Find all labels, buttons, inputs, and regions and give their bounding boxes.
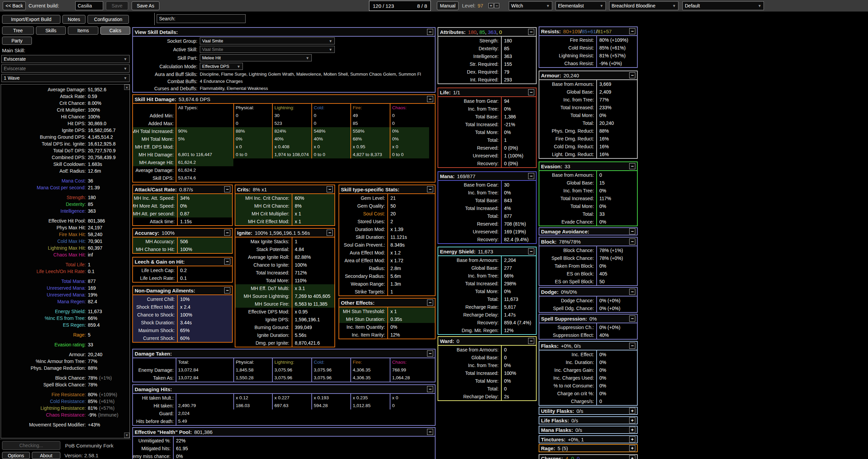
search-input[interactable]: Search: xyxy=(157,14,246,23)
collapse-section-button[interactable]: − xyxy=(528,29,534,35)
collapse-section-button[interactable]: − xyxy=(224,259,230,265)
collapse-section-button[interactable]: − xyxy=(427,350,433,357)
main-skill-active-select[interactable]: Eviscerate ▼ xyxy=(1,64,130,73)
row-label: Unreserved: xyxy=(438,228,502,235)
title-value-part: 0 xyxy=(499,29,502,35)
table-cell: 0 xyxy=(390,402,429,409)
expand-section-button[interactable]: + xyxy=(629,427,635,433)
row-value: x 1.2 xyxy=(388,249,435,256)
table-cell: 0 xyxy=(390,119,429,127)
table-cell: 186.03 xyxy=(233,402,272,409)
collapse-section-button[interactable]: − xyxy=(427,300,433,306)
tab-party[interactable]: Party xyxy=(2,37,32,45)
socket-group-select[interactable]: Vaal Smite▼ xyxy=(200,37,335,44)
active-skill-select[interactable]: Vaal Smite▼ xyxy=(200,46,335,53)
panel-title: Rage: xyxy=(541,445,555,451)
main-skill-part-select[interactable]: 1 Wave ▼ xyxy=(1,74,130,82)
options-button[interactable]: Options xyxy=(2,452,30,459)
stat-value: 33 xyxy=(86,341,93,348)
notes-button[interactable]: Notes xyxy=(62,15,85,24)
scroll-down-arrow[interactable]: ▼ xyxy=(124,433,130,438)
row-label: Fire Resist: xyxy=(539,36,597,44)
configuration-button[interactable]: Configuration xyxy=(88,15,129,24)
collapse-section-button[interactable]: − xyxy=(629,163,635,169)
collapse-section-button[interactable]: − xyxy=(629,228,635,234)
scroll-up-arrow[interactable]: ▲ xyxy=(124,84,130,90)
stat-row: Total Increased:117% xyxy=(539,194,637,202)
collapse-section-button[interactable]: − xyxy=(224,287,230,293)
collapse-section-button[interactable]: − xyxy=(427,96,433,102)
skill-part-select[interactable]: Melee Hit▼ xyxy=(200,54,312,61)
table-cell: 548% xyxy=(311,127,350,135)
back-button[interactable]: << Back xyxy=(3,1,26,10)
collapse-section-button[interactable]: − xyxy=(629,72,635,78)
collapse-section-button[interactable]: − xyxy=(629,28,635,34)
row-value: 61.95 xyxy=(174,444,435,452)
panel-damaging-hits: Damaging Hits:−Hit taken Mult.:x 0.12x 0… xyxy=(132,384,436,426)
form-label: Aura and Buff Skills: xyxy=(133,72,200,77)
secondary-ascendancy-select[interactable]: Default ▼ xyxy=(682,1,764,10)
stat-row: Secondary Radius:5.6m xyxy=(339,272,435,280)
collapse-section-button[interactable]: − xyxy=(528,173,534,179)
collapse-section-button[interactable]: − xyxy=(629,343,635,349)
collapse-section-button[interactable]: − xyxy=(629,289,635,295)
about-button[interactable]: About xyxy=(32,452,60,459)
update-check-button[interactable]: Checking... xyxy=(2,441,60,450)
stat-line: Fire Resistance:80%(+109%) xyxy=(1,391,130,398)
row-label: Total More: xyxy=(539,202,597,210)
class-select[interactable]: Witch ▼ xyxy=(509,1,552,10)
collapse-section-button[interactable]: − xyxy=(427,29,433,35)
stat-label: Unreserved Mana: xyxy=(1,285,86,291)
manual-button[interactable]: Manual xyxy=(437,1,459,10)
collapse-section-button[interactable]: − xyxy=(629,238,635,245)
expand-section-button[interactable]: + xyxy=(629,417,635,423)
collapse-section-button[interactable]: − xyxy=(224,186,230,192)
collapse-section-button[interactable]: − xyxy=(327,186,333,192)
collapse-section-button[interactable]: − xyxy=(528,338,534,344)
panel-title: Mana: xyxy=(440,173,455,179)
row-label: Guard: xyxy=(133,409,176,417)
row-label: Inc. from Tree: xyxy=(539,96,597,103)
collapse-section-button[interactable]: − xyxy=(327,230,333,236)
main-skill-group-select[interactable]: Eviscerate ▼ xyxy=(1,55,130,63)
tab-tree[interactable]: Tree xyxy=(2,26,34,35)
row-value: 16% xyxy=(597,142,637,150)
expand-section-button[interactable]: + xyxy=(629,436,635,442)
build-name-input[interactable]: Casilia xyxy=(75,1,103,10)
stat-value: 66% xyxy=(86,315,97,322)
stat-row: Inc. from Tree:66% xyxy=(438,272,536,280)
expand-section-button[interactable]: + xyxy=(629,408,635,414)
save-as-button[interactable]: Save As xyxy=(132,1,159,10)
stat-row: Spell Ddg. Chance:0% (+0%) xyxy=(539,304,637,312)
row-label: Hit taken: xyxy=(133,402,176,409)
row-label: MH Eff. DoT Multi: xyxy=(235,284,292,292)
bloodline-select[interactable]: Breachlord Bloodline ▼ xyxy=(609,1,678,10)
level-increment-button[interactable]: + xyxy=(488,3,494,8)
table-cell: 2,024 xyxy=(176,409,233,417)
expand-section-button[interactable]: + xyxy=(629,455,635,459)
collapse-section-button[interactable]: − xyxy=(528,248,534,254)
panel-title-value: 8% x1 xyxy=(253,187,267,192)
collapse-section-button[interactable]: − xyxy=(224,230,230,236)
row-label: Strike Targets: xyxy=(339,288,388,295)
save-button[interactable]: Save xyxy=(106,1,128,10)
calculation-mode-select[interactable]: Effective DPS▼ xyxy=(200,63,243,70)
tab-calcs[interactable]: Calcs xyxy=(100,26,130,35)
expand-section-button[interactable]: + xyxy=(629,445,635,451)
collapse-section-button[interactable]: − xyxy=(427,429,433,435)
secondary-ascendancy-select-value: Default xyxy=(685,3,700,8)
tab-skills[interactable]: Skills xyxy=(36,26,66,35)
panel-damage-avoidance: Damage Avoidance:− xyxy=(539,227,638,235)
level-decrement-button[interactable]: − xyxy=(494,3,499,8)
collapse-section-button[interactable]: − xyxy=(629,315,635,322)
ascendancy-select[interactable]: Elementalist ▼ xyxy=(556,1,606,10)
collapse-section-button[interactable]: − xyxy=(427,386,433,392)
panel-title: Other Effects: xyxy=(341,300,374,306)
row-value: 11,673 xyxy=(502,295,536,303)
import-export-button[interactable]: Import/Export Build xyxy=(2,15,60,24)
level-value[interactable]: 97 xyxy=(478,3,483,8)
collapse-section-button[interactable]: − xyxy=(427,186,433,192)
row-value: 80% (+109%) xyxy=(597,36,637,44)
tab-items[interactable]: Items xyxy=(68,26,98,35)
collapse-section-button[interactable]: − xyxy=(528,89,534,95)
